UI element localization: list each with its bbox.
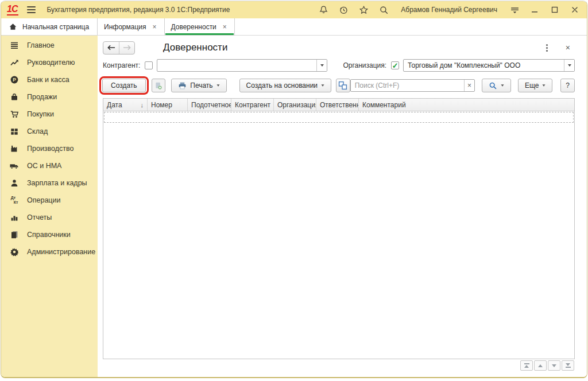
sort-desc-icon: ↓ <box>141 102 144 108</box>
go-first-button[interactable] <box>520 360 533 371</box>
list-panel: Доверенности × Контрагент: Организация: … <box>98 36 587 377</box>
home-icon <box>9 22 17 31</box>
sidebar-item-sklad[interactable]: Склад <box>1 123 98 140</box>
search-field: × <box>350 79 475 92</box>
tab-label: Доверенности <box>171 23 216 31</box>
organization-field <box>403 59 575 72</box>
sidebar-item-proizvodstvo[interactable]: Производство <box>1 140 98 157</box>
table-header: Дата ↓ Номер Подотчетное лицо Контрагент… <box>103 99 574 111</box>
books-icon <box>9 230 20 240</box>
sidebar-item-glavnoe[interactable]: Главное <box>1 37 98 54</box>
column-header-organizatsiya[interactable]: Организация <box>274 99 316 111</box>
bag-icon <box>9 92 20 102</box>
service-settings-icon[interactable] <box>509 5 520 15</box>
column-header-podotchetnoe-litso[interactable]: Подотчетное лицо <box>188 99 231 111</box>
column-header-otvetstvennyy[interactable]: Ответственный <box>316 99 359 111</box>
home-tab-label: Начальная страница <box>22 23 89 31</box>
panel-header: Доверенности × <box>103 38 575 57</box>
filter-row: Контрагент: Организация: ✓ <box>103 59 575 72</box>
column-header-nomer[interactable]: Номер <box>148 99 188 111</box>
trend-icon <box>9 58 20 68</box>
go-last-button[interactable] <box>562 360 574 371</box>
back-button[interactable] <box>103 42 119 54</box>
organization-checkbox[interactable]: ✓ <box>391 61 399 69</box>
copy-button[interactable] <box>152 79 166 92</box>
favorites-star-icon[interactable] <box>358 5 369 15</box>
table-body[interactable] <box>103 111 574 359</box>
1c-logo-icon: 1С <box>7 5 18 15</box>
window-body: Главное Руководителю Р Банк и касса Прод… <box>1 36 587 377</box>
contractor-checkbox[interactable] <box>145 61 153 69</box>
close-button[interactable] <box>570 5 580 15</box>
sidebar-item-rukovoditelyu[interactable]: Руководителю <box>1 54 98 71</box>
person-icon <box>9 178 20 188</box>
dtkt-icon: ДтКт <box>9 196 20 205</box>
column-header-data[interactable]: Дата ↓ <box>103 99 148 111</box>
main-menu-button[interactable] <box>25 5 37 15</box>
sidebar-item-prodazhi[interactable]: Продажи <box>1 88 98 106</box>
sidebar-item-pokupki[interactable]: Покупки <box>1 106 98 123</box>
sections-sidebar: Главное Руководителю Р Банк и касса Прод… <box>1 36 98 377</box>
more-button[interactable]: Еще <box>518 79 552 92</box>
chevron-down-icon <box>501 84 504 86</box>
create-button[interactable]: Создать <box>102 79 146 92</box>
chevron-down-icon <box>322 84 324 86</box>
documents-list: Дата ↓ Номер Подотчетное лицо Контрагент… <box>103 98 575 359</box>
page-title: Доверенности <box>163 42 227 53</box>
sidebar-item-spravochniki[interactable]: Справочники <box>1 226 98 243</box>
empty-current-row <box>104 112 574 123</box>
home-tab[interactable]: Начальная страница <box>1 18 98 35</box>
organization-dropdown-button[interactable] <box>564 60 574 71</box>
sidebar-item-otchety[interactable]: Отчеты <box>1 209 98 226</box>
minimize-button[interactable] <box>529 5 540 15</box>
printer-icon <box>178 81 187 90</box>
tab-doverennosti[interactable]: Доверенности × <box>165 18 235 35</box>
contractor-label: Контрагент: <box>103 61 140 69</box>
create-based-on-button[interactable]: Создать на основании <box>239 79 332 92</box>
list-navigation <box>103 360 575 371</box>
panel-close-icon[interactable]: × <box>566 44 570 52</box>
menu-icon <box>9 41 20 50</box>
search-clear-button[interactable]: × <box>464 80 474 91</box>
down-arrow-icon <box>552 364 556 367</box>
check-icon: ✓ <box>392 62 399 69</box>
go-next-button[interactable] <box>548 360 560 371</box>
tab-close-icon[interactable]: × <box>151 22 157 32</box>
sidebar-item-administrirovanie[interactable]: Администрирование <box>1 243 98 261</box>
list-toolbar: Создать Печать Создать на основании <box>103 77 575 94</box>
global-search-icon[interactable] <box>378 5 389 15</box>
app-window: 1С Бухгалтерия предприятия, редакция 3.0… <box>1 1 587 378</box>
panel-actions: × <box>544 42 575 53</box>
contractor-dropdown-button[interactable] <box>316 60 327 71</box>
column-header-kommentariy[interactable]: Комментарий <box>359 99 574 111</box>
sidebar-item-bank-i-kassa[interactable]: Р Банк и касса <box>1 71 98 88</box>
column-header-kontragent[interactable]: Контрагент <box>231 99 274 111</box>
tab-informatsiya[interactable]: Информация × <box>98 18 165 35</box>
tab-bar: Начальная страница Информация × Доверенн… <box>1 18 587 36</box>
user-name[interactable]: Абрамов Геннадий Сергеевич <box>401 6 497 14</box>
panel-more-icon[interactable] <box>544 42 550 53</box>
forward-button[interactable] <box>119 42 134 54</box>
contractor-input[interactable] <box>157 60 316 71</box>
sidebar-item-os-i-nma[interactable]: ОС и НМА <box>1 157 98 174</box>
truck-icon <box>9 161 20 171</box>
maximize-button[interactable] <box>550 5 560 15</box>
tab-label: Информация <box>104 23 146 31</box>
tab-close-icon[interactable]: × <box>222 22 228 32</box>
go-previous-button[interactable] <box>534 360 547 371</box>
chevron-down-icon <box>320 64 324 67</box>
search-settings-button[interactable] <box>482 79 511 92</box>
notifications-bell-icon[interactable] <box>318 5 328 15</box>
sidebar-item-zarplata-i-kadry[interactable]: Зарплата и кадры <box>1 174 98 192</box>
ruble-circle-icon: Р <box>9 75 20 85</box>
up-arrow-icon <box>538 364 543 367</box>
related-documents-button[interactable] <box>336 79 350 92</box>
organization-input[interactable] <box>404 60 564 71</box>
sidebar-item-operatsii[interactable]: ДтКт Операции <box>1 192 98 209</box>
history-icon[interactable] <box>338 5 349 15</box>
cart-icon <box>9 110 20 119</box>
search-input[interactable] <box>351 80 464 91</box>
organization-label: Организация: <box>343 61 386 69</box>
print-button[interactable]: Печать <box>171 79 226 92</box>
help-button[interactable]: ? <box>560 79 575 92</box>
